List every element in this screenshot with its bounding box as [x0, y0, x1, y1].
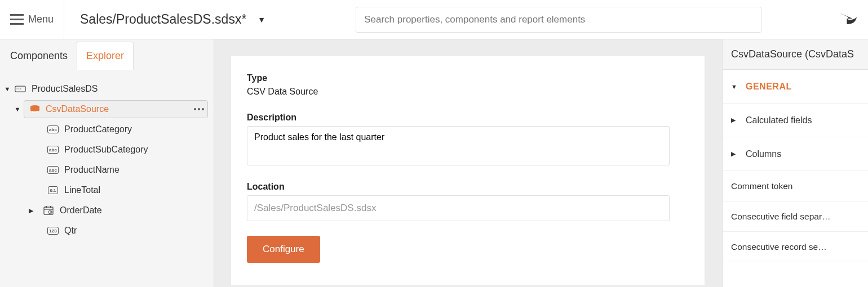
menu-button[interactable]: Menu — [0, 0, 64, 39]
menu-label: Menu — [28, 14, 54, 25]
svg-rect-8 — [46, 206, 47, 208]
left-tabs: Components Explorer — [0, 39, 214, 70]
expand-icon[interactable]: ▶ — [27, 207, 35, 214]
section-calculated-fields[interactable]: ▶ Calculated fields — [723, 104, 868, 137]
prop-consecutive-record-sep[interactable]: Consecutive record se… — [723, 232, 868, 262]
more-icon[interactable] — [194, 108, 204, 110]
integer-field-icon: 123 — [46, 227, 60, 235]
section-label: Calculated fields — [746, 115, 812, 125]
svg-point-1 — [16, 88, 17, 89]
description-label: Description — [247, 113, 689, 123]
explorer-tree: ▼ ProductSalesDS ▼ csv CsvDataSource abc — [0, 70, 214, 287]
collapse-icon[interactable]: ▼ — [3, 86, 11, 92]
tree-field-label: ProductSubCategory — [64, 145, 148, 155]
section-general[interactable]: ▼ GENERAL — [723, 70, 868, 104]
tree-field[interactable]: abc ProductCategory — [0, 119, 214, 140]
search-wrap — [265, 7, 840, 33]
configure-button[interactable]: Configure — [247, 236, 320, 263]
date-field-icon — [42, 206, 55, 215]
tree-field-label: LineTotal — [64, 185, 100, 195]
tab-explorer[interactable]: Explorer — [77, 42, 134, 70]
main-area: Components Explorer ▼ ProductSalesDS ▼ c… — [0, 39, 868, 287]
expand-icon: ▶ — [731, 116, 739, 124]
tree-field-label: OrderDate — [60, 205, 102, 216]
text-field-icon: abc — [46, 146, 60, 154]
top-bar: Menu Sales/ProductSalesDS.sdsx* ▼ — [0, 0, 868, 39]
tree-field[interactable]: 0.1 LineTotal — [0, 180, 214, 200]
svg-text:csv: csv — [32, 109, 38, 113]
location-input[interactable] — [247, 195, 670, 221]
tab-components[interactable]: Components — [1, 42, 77, 70]
left-panel: Components Explorer ▼ ProductSalesDS ▼ c… — [0, 39, 214, 287]
reply-icon — [840, 12, 857, 25]
type-label: Type — [247, 73, 689, 83]
reply-button[interactable] — [840, 12, 868, 26]
filename: Sales/ProductSalesDS.sdsx* — [80, 12, 246, 27]
tree-root-label: ProductSalesDS — [32, 84, 98, 94]
section-label: Columns — [746, 149, 781, 159]
properties-card: Type CSV Data Source Description Locatio… — [231, 56, 705, 285]
filename-wrap: Sales/ProductSalesDS.sdsx* ▼ — [64, 12, 265, 27]
filename-dropdown-icon[interactable]: ▼ — [258, 15, 265, 24]
tree-field[interactable]: abc ProductName — [0, 160, 214, 180]
collapse-icon[interactable]: ▼ — [14, 106, 21, 113]
tree-root[interactable]: ▼ ProductSalesDS — [0, 79, 214, 99]
center-panel: Type CSV Data Source Description Locatio… — [214, 39, 723, 287]
right-panel: CsvDataSource (CsvDataS ▼ GENERAL ▶ Calc… — [723, 39, 868, 287]
svg-rect-9 — [50, 206, 51, 208]
search-input[interactable] — [356, 7, 761, 33]
tree-csv-node[interactable]: ▼ csv CsvDataSource — [0, 99, 214, 119]
expand-icon: ▶ — [731, 150, 739, 158]
text-field-icon: abc — [46, 166, 60, 174]
location-label: Location — [247, 182, 689, 192]
tree-field[interactable]: ▶ OrderDate — [0, 200, 214, 221]
tree-csv-label: CsvDataSource — [46, 104, 109, 114]
numeric-field-icon: 0.1 — [46, 186, 60, 194]
prop-comment-token[interactable]: Comment token — [723, 171, 868, 201]
hamburger-icon — [10, 14, 24, 25]
section-label: GENERAL — [746, 82, 792, 92]
text-field-icon: abc — [46, 125, 60, 133]
type-value: CSV Data Source — [247, 87, 689, 97]
collapse-icon: ▼ — [731, 83, 739, 90]
svg-point-2 — [19, 88, 20, 89]
tree-field[interactable]: abc ProductSubCategory — [0, 140, 214, 160]
csv-icon: csv — [29, 105, 41, 114]
tree-field-label: Qtr — [64, 226, 77, 236]
datasource-icon — [14, 84, 27, 93]
tree-field-label: ProductName — [64, 165, 119, 175]
tree-field-label: ProductCategory — [64, 124, 132, 134]
tree-field[interactable]: 123 Qtr — [0, 221, 214, 241]
right-panel-title: CsvDataSource (CsvDataS — [723, 39, 868, 70]
section-columns[interactable]: ▶ Columns — [723, 137, 868, 171]
prop-consecutive-field-sep[interactable]: Consecutive field separ… — [723, 201, 868, 232]
description-input[interactable] — [247, 126, 670, 165]
svg-point-3 — [20, 88, 21, 89]
